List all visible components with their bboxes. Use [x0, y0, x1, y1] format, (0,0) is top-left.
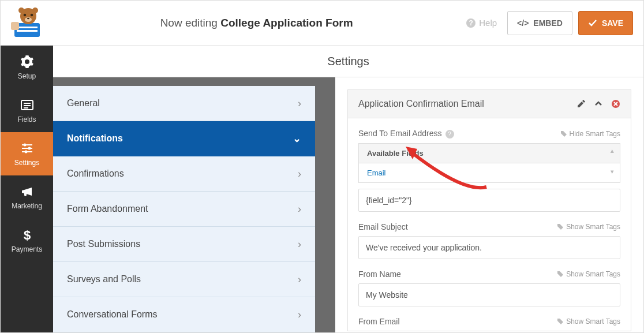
nav-settings[interactable]: Settings	[1, 132, 53, 175]
chevron-right-icon: ›	[298, 238, 301, 250]
tag-icon	[557, 223, 564, 230]
nav-setup[interactable]: Setup	[1, 46, 53, 89]
svg-rect-2	[17, 30, 38, 32]
send-to-label: Send To Email Address?	[358, 129, 454, 139]
chevron-right-icon: ›	[298, 203, 301, 215]
svg-point-9	[32, 8, 38, 13]
app-logo	[11, 6, 46, 40]
gear-icon	[20, 55, 34, 69]
card-header: Application Confirmation Email	[348, 90, 631, 118]
subject-input[interactable]	[358, 236, 620, 259]
svg-text:$: $	[23, 228, 30, 242]
notification-card: Application Confirmation Email Send To E…	[347, 89, 631, 331]
sidebar-item-notifications[interactable]: Notifications⌄	[53, 121, 315, 156]
content: Settings General› Notifications⌄ Confirm…	[53, 46, 643, 332]
check-icon	[588, 18, 597, 28]
sidebar-item-surveys[interactable]: Surveys and Polls›	[53, 262, 315, 297]
svg-point-4	[24, 13, 27, 16]
tag-icon	[557, 318, 564, 325]
nav-fields[interactable]: Fields	[1, 89, 53, 132]
top-bar: Now editing College Application Form ? H…	[1, 1, 643, 46]
sidebar-item-confirmations[interactable]: Confirmations›	[53, 156, 315, 192]
settings-sidebar: General› Notifications⌄ Confirmations› F…	[53, 77, 315, 332]
svg-point-18	[23, 143, 26, 146]
content-title: Settings	[53, 46, 643, 77]
nav-rail: Setup Fields Settings Marketing $ Paymen…	[1, 46, 53, 332]
show-smart-tags-fromname[interactable]: Show Smart Tags	[557, 270, 620, 278]
svg-point-8	[18, 8, 24, 13]
chevron-right-icon: ›	[298, 98, 301, 110]
sidebar-item-general[interactable]: General›	[53, 86, 315, 121]
chevron-right-icon: ›	[298, 309, 301, 321]
svg-point-5	[31, 13, 33, 16]
edit-icon[interactable]	[576, 99, 586, 108]
from-email-label: From Email	[358, 317, 400, 326]
available-field-email[interactable]: Email	[359, 163, 620, 182]
svg-point-19	[28, 147, 31, 149]
tag-icon	[560, 130, 567, 137]
code-icon: </>	[517, 18, 529, 28]
svg-rect-10	[11, 22, 19, 30]
svg-point-20	[24, 150, 27, 153]
subject-label: Email Subject	[358, 222, 408, 231]
main-area: Setup Fields Settings Marketing $ Paymen…	[1, 46, 643, 332]
embed-button[interactable]: </> EMBED	[507, 11, 572, 35]
dollar-icon: $	[20, 228, 34, 242]
show-smart-tags-fromemail[interactable]: Show Smart Tags	[557, 317, 620, 325]
available-fields-header: Available Fields	[359, 144, 620, 163]
send-to-input[interactable]	[358, 189, 620, 212]
nav-marketing[interactable]: Marketing	[1, 175, 53, 219]
sidebar-item-form-abandonment[interactable]: Form Abandonment›	[53, 192, 315, 227]
chevron-right-icon: ›	[298, 274, 301, 286]
svg-rect-1	[17, 27, 38, 28]
help-icon[interactable]: ?	[445, 130, 454, 139]
sliders-icon	[20, 141, 34, 155]
editing-title: Now editing College Application Form	[57, 17, 456, 29]
sidebar-item-conversational[interactable]: Conversational Forms›	[53, 297, 315, 332]
collapse-icon[interactable]	[594, 99, 603, 108]
tag-icon	[557, 271, 564, 278]
from-name-input[interactable]	[358, 283, 620, 306]
chevron-down-icon: ⌄	[293, 132, 301, 145]
show-smart-tags-subject[interactable]: Show Smart Tags	[557, 223, 620, 231]
sidebar-item-post-submissions[interactable]: Post Submissions›	[53, 227, 315, 262]
svg-point-7	[27, 17, 29, 19]
delete-icon[interactable]	[611, 99, 620, 108]
save-button[interactable]: SAVE	[578, 11, 633, 35]
megaphone-icon	[20, 185, 34, 199]
hide-smart-tags[interactable]: Hide Smart Tags	[560, 130, 620, 138]
help-icon: ?	[466, 18, 475, 28]
chevron-right-icon: ›	[298, 168, 301, 180]
help-link[interactable]: ? Help	[466, 18, 497, 28]
list-icon	[20, 98, 34, 112]
nav-payments[interactable]: $ Payments	[1, 219, 53, 262]
right-panel: Application Confirmation Email Send To E…	[335, 77, 643, 332]
from-name-label: From Name	[358, 270, 401, 279]
available-fields-box: Available Fields Email	[358, 143, 620, 183]
